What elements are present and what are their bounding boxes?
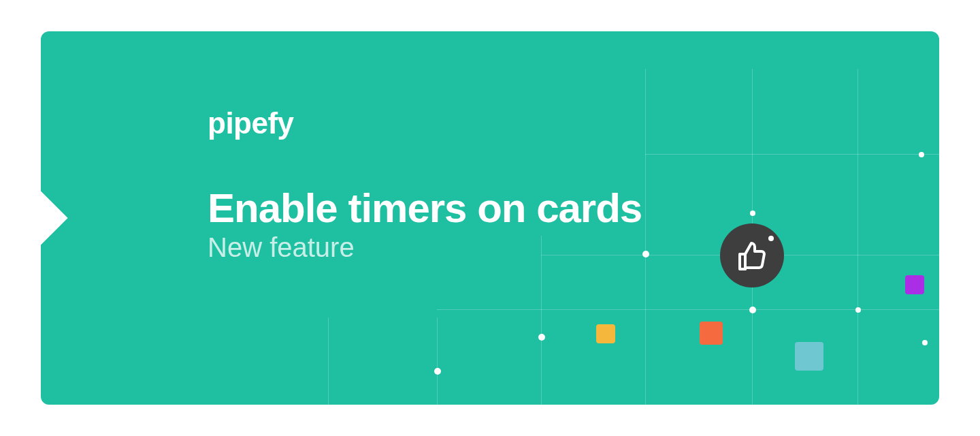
grid-line	[858, 69, 858, 405]
grid-line	[437, 317, 438, 405]
decor-dot	[855, 307, 861, 313]
banner-content: pipefy Enable timers on cards New featur…	[208, 106, 642, 263]
hero-title: Enable timers on cards	[208, 187, 642, 230]
grid-line	[328, 317, 329, 405]
decor-square-blue	[795, 342, 823, 371]
feature-banner: pipefy Enable timers on cards New featur…	[41, 31, 939, 405]
decor-dot	[919, 152, 924, 157]
decor-dot	[434, 368, 441, 375]
grid-line	[437, 309, 939, 310]
grid-line	[645, 154, 939, 155]
thumbs-up-icon	[720, 223, 784, 287]
decor-dot	[922, 340, 928, 345]
decor-dot	[538, 334, 545, 341]
grid-line	[541, 236, 542, 405]
grid-line	[645, 69, 646, 405]
decor-dot	[750, 211, 755, 216]
decor-dot	[749, 307, 756, 313]
decor-dot	[768, 236, 774, 241]
decor-dot	[642, 251, 649, 258]
brand-logo: pipefy	[208, 106, 642, 140]
decor-square-yellow	[596, 324, 615, 343]
banner-notch	[41, 191, 68, 245]
decor-square-orange	[700, 322, 723, 345]
decor-square-purple	[905, 275, 924, 294]
hero-subtitle: New feature	[208, 232, 642, 263]
brand-name: pipefy	[208, 106, 294, 140]
